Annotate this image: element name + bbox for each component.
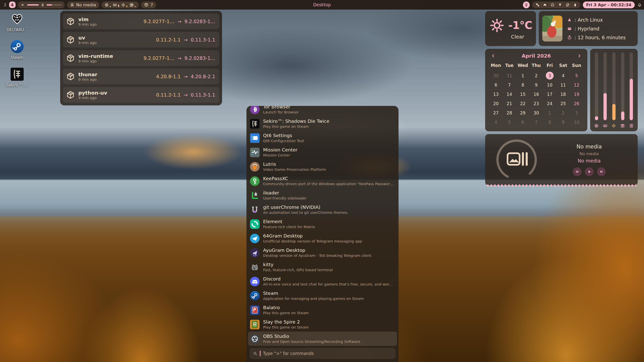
launcher-item-ayugram-desktop[interactable]: AyuGram DesktopDesktop version of AyuGra… — [246, 246, 399, 260]
idle-inhibitor-button[interactable] — [523, 2, 530, 8]
calendar-day-6[interactable]: 6 — [489, 80, 503, 90]
calendar-day-11[interactable]: 11 — [556, 80, 570, 90]
calendar-day-23[interactable]: 23 — [529, 99, 543, 108]
workspace-2[interactable]: 2 — [3, 3, 7, 7]
launcher-item-element[interactable]: ElementFeature-rich client for Matrix — [246, 217, 399, 231]
workspace-4[interactable]: 4 — [9, 2, 16, 8]
launcher-item-tor-browser[interactable]: Tor BrowserLaunch Tor Browser — [246, 106, 399, 116]
calendar-day-3[interactable]: 3 — [570, 108, 583, 117]
calendar-day-19[interactable]: 19 — [570, 90, 583, 99]
pin-icon[interactable] — [558, 3, 562, 7]
desktop-icon-steam[interactable]: Steam — [4, 40, 30, 60]
calendar-day-22[interactable]: 22 — [516, 99, 529, 108]
calendar-day-9[interactable]: 9 — [529, 80, 543, 90]
update-row-vim-runtime[interactable]: vim-runtime9 min ago9.2.0277-1…→9.2.0283… — [63, 50, 219, 66]
calendar-day-31[interactable]: 31 — [503, 71, 516, 80]
launcher-item-steam[interactable]: SteamApplication for managing and playin… — [246, 289, 399, 303]
launcher-item-sekiro-shadows-die-twice[interactable]: Sekiro™: Shadows Die TwicePlay this game… — [246, 116, 399, 131]
calendar-day-18[interactable]: 18 — [556, 90, 570, 99]
calendar-day-1[interactable]: 1 — [516, 71, 529, 80]
calendar-next-button[interactable] — [577, 53, 582, 58]
launcher-item-kitty[interactable]: kittyFast, feature-rich, GPU based termi… — [246, 260, 399, 274]
obs-icon[interactable] — [550, 3, 555, 7]
launcher-item-git-userchrome-nvidia[interactable]: git userChrome (NVIDIA)An automation too… — [246, 203, 399, 217]
next-button[interactable] — [597, 167, 606, 176]
media-module[interactable]: No media — [67, 2, 99, 8]
mic-slider[interactable] — [47, 4, 62, 6]
gpu-icon — [612, 122, 616, 129]
launcher-item-lutris[interactable]: LutrisVideo Game Preservation Platform — [246, 159, 399, 174]
calendar-day-2[interactable]: 2 — [556, 108, 570, 117]
launcher-item-discord[interactable]: DiscordAll-in-one voice and text chat fo… — [246, 274, 399, 289]
workspace-indicator[interactable]: 24 — [3, 2, 16, 8]
calendar-day-8[interactable]: 8 — [543, 117, 556, 127]
calendar-day-8[interactable]: 8 — [516, 80, 529, 90]
calendar-day-5[interactable]: 5 — [570, 71, 583, 80]
network-port-icon[interactable] — [543, 3, 547, 7]
launcher-item-iloader[interactable]: iloaderUser-friendly sideloader — [246, 188, 399, 203]
steam-icon[interactable] — [565, 3, 570, 7]
search-input[interactable]: Type ">" for commands — [249, 348, 396, 359]
volume-slider[interactable] — [27, 4, 39, 6]
launcher-item-obs-studio[interactable]: OBS StudioFree and Open Source Streaming… — [248, 332, 397, 346]
calendar-day-28[interactable]: 28 — [503, 108, 516, 117]
launcher-item-qt6-settings[interactable]: Qt6 SettingsQt6 Configuration Tool — [246, 131, 399, 145]
calendar-day-30[interactable]: 30 — [529, 108, 543, 117]
launcher-item-64gram-desktop[interactable]: 64Gram DesktopUnofficial desktop version… — [246, 231, 399, 246]
update-time: 9 min ago — [78, 41, 97, 45]
update-package-name: uv — [78, 35, 97, 41]
desktop-icon-deltaru[interactable]: DELTARU... — [4, 12, 30, 32]
calendar-day-26[interactable]: 26 — [570, 99, 583, 108]
calendar-day-25[interactable]: 25 — [556, 99, 570, 108]
calendar-day-16[interactable]: 16 — [529, 90, 543, 99]
calendar-day-29[interactable]: 29 — [516, 108, 529, 117]
updates-module[interactable]: 7 — [141, 2, 156, 8]
calendar-prev-button[interactable] — [491, 53, 496, 58]
desktop-icon-sekiro[interactable]: Sekiro™: ... — [4, 67, 30, 88]
calendar-day-13[interactable]: 13 — [489, 90, 503, 99]
calendar-day-3[interactable]: 3 — [543, 71, 556, 80]
usage-mini-bar — [126, 3, 127, 7]
obs-app-icon — [250, 334, 260, 344]
keepassxc-key-icon[interactable] — [535, 3, 540, 7]
calendar-day-10[interactable]: 10 — [543, 80, 556, 90]
calendar-day-4[interactable]: 4 — [489, 117, 503, 127]
calendar-day-9[interactable]: 9 — [556, 117, 570, 127]
update-row-python-uv[interactable]: python-uv9 min ago0.11.2-1.1→0.11.3-1.1 — [63, 87, 219, 103]
launcher-item-keepassxc[interactable]: KeePassXCCommunity-driven port of the Wi… — [246, 174, 399, 188]
clock[interactable]: Fri 3 Apr - 00:32:34 — [583, 2, 635, 8]
calendar-day-7[interactable]: 7 — [529, 117, 543, 127]
calendar-day-17[interactable]: 17 — [543, 90, 556, 99]
calendar-day-10[interactable]: 10 — [570, 117, 583, 127]
launcher-item-balatro[interactable]: BalatroPlay this game on Steam — [246, 303, 399, 317]
volume-module[interactable] — [18, 2, 65, 8]
new-version: 0.11.3-1.1 — [191, 92, 215, 98]
calendar-day-15[interactable]: 15 — [516, 90, 529, 99]
calendar-day-30[interactable]: 30 — [489, 71, 503, 80]
bell-icon[interactable] — [637, 3, 642, 7]
calendar-day-14[interactable]: 14 — [503, 90, 516, 99]
weekday-label: Fri — [543, 61, 556, 71]
calendar-day-20[interactable]: 20 — [489, 99, 503, 108]
update-row-vim[interactable]: vim9 min ago9.2.0277-1…→9.2.0283-1… — [63, 14, 219, 29]
update-row-thunar[interactable]: thunar9 min ago4.20.8-1.1→4.20.8-2.1 — [63, 69, 219, 84]
update-row-uv[interactable]: uv9 min ago0.11.2-1.1→0.11.3-1.1 — [63, 32, 219, 48]
play-button[interactable] — [585, 167, 594, 176]
battery-icon[interactable] — [573, 3, 577, 7]
weekday-label: Thu — [529, 61, 543, 71]
calendar-day-4[interactable]: 4 — [556, 71, 570, 80]
calendar-day-12[interactable]: 12 — [570, 80, 583, 90]
calendar-day-2[interactable]: 2 — [529, 71, 543, 80]
previous-button[interactable] — [573, 167, 582, 176]
calendar-day-7[interactable]: 7 — [503, 80, 516, 90]
launcher-item-mission-center[interactable]: Mission CenterMission Center — [246, 145, 399, 159]
update-text: vim-runtime9 min ago — [78, 53, 113, 63]
calendar-day-24[interactable]: 24 — [543, 99, 556, 108]
calendar-day-5[interactable]: 5 — [503, 117, 516, 127]
calendar-day-21[interactable]: 21 — [503, 99, 516, 108]
calendar-day-27[interactable]: 27 — [489, 108, 503, 117]
system-monitor-module[interactable] — [101, 2, 139, 8]
calendar-day-6[interactable]: 6 — [516, 117, 529, 127]
calendar-day-1[interactable]: 1 — [543, 108, 556, 117]
launcher-item-slay-the-spire-2[interactable]: Slay the Spire 2Play this game on Steam — [246, 317, 399, 332]
